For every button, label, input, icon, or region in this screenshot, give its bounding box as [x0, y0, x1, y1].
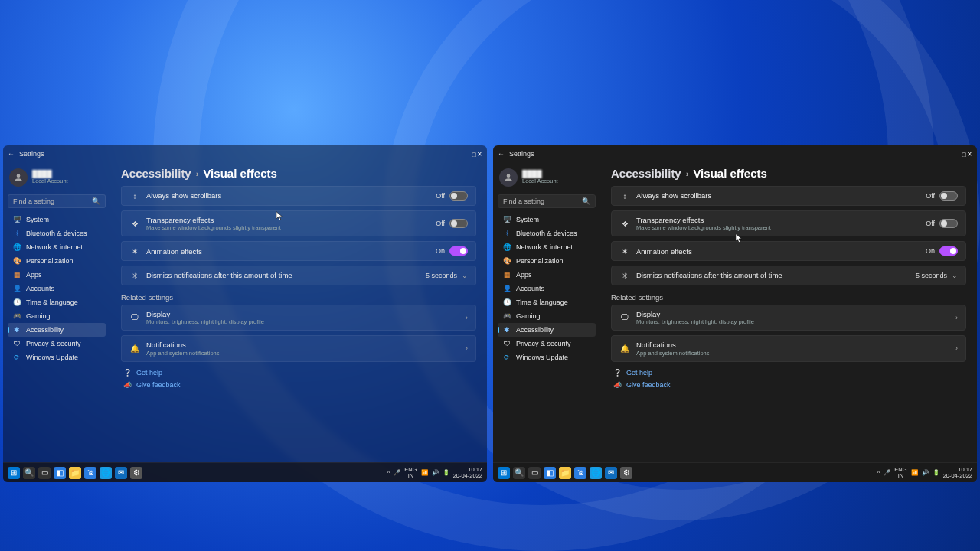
setting-row[interactable]: 🖵DisplayMonitors, brightness, night ligh… [611, 305, 966, 331]
sidebar-item-system[interactable]: 🖥️System [498, 213, 596, 227]
setting-row[interactable]: 🖵DisplayMonitors, brightness, night ligh… [121, 305, 476, 331]
edge-icon[interactable]: 🌐 [100, 467, 112, 479]
mail-icon[interactable]: ✉ [605, 467, 617, 479]
toggle-switch[interactable] [449, 219, 468, 228]
sidebar-item-label: Accounts [516, 285, 544, 292]
language-indicator[interactable]: ENGIN [894, 467, 906, 478]
wifi-icon[interactable]: 📶 [911, 469, 918, 476]
setting-row[interactable]: 🔔NotificationsApp and system notificatio… [611, 335, 966, 361]
sidebar-item-time-language[interactable]: 🕓Time & language [498, 295, 596, 309]
sidebar-item-windows-update[interactable]: ⟳Windows Update [498, 350, 596, 364]
breadcrumb-parent[interactable]: Accessibility [611, 167, 681, 180]
toggle-switch[interactable] [939, 219, 958, 228]
maximize-button[interactable]: ▢ [472, 152, 477, 157]
back-button[interactable]: ← [8, 150, 15, 158]
sidebar-item-accessibility[interactable]: ✱Accessibility [498, 323, 596, 337]
sidebar-item-accounts[interactable]: 👤Accounts [8, 282, 106, 295]
setting-row[interactable]: ↕Always show scrollbarsOff [611, 186, 966, 206]
taskview-button[interactable]: ▭ [38, 467, 51, 479]
get-help-link[interactable]: ❔Get help [611, 367, 966, 379]
setting-row[interactable]: 🔔NotificationsApp and system notificatio… [121, 335, 476, 361]
start-button[interactable]: ⊞ [498, 467, 510, 479]
setting-row[interactable]: ✶Animation effectsOn [121, 241, 476, 261]
sidebar-item-apps[interactable]: ▦Apps [8, 268, 106, 282]
sidebar-item-bluetooth-devices[interactable]: ᚼBluetooth & devices [498, 227, 596, 240]
settings-icon[interactable]: ⚙ [130, 467, 142, 479]
breadcrumb-current: Visual effects [693, 167, 766, 180]
volume-icon[interactable]: 🔊 [922, 469, 929, 476]
sidebar-item-gaming[interactable]: 🎮Gaming [498, 309, 596, 323]
setting-row[interactable]: ✳Dismiss notifications after this amount… [611, 266, 966, 285]
start-button[interactable]: ⊞ [8, 467, 20, 479]
explorer-icon[interactable]: 📁 [559, 467, 571, 479]
store-icon[interactable]: 🛍 [574, 467, 586, 479]
sidebar-item-personalization[interactable]: 🎨Personalization [8, 254, 106, 268]
toggle-switch[interactable] [449, 191, 468, 201]
battery-icon[interactable]: 🔋 [443, 469, 449, 476]
search-button[interactable]: 🔍 [513, 467, 525, 479]
give-feedback-link[interactable]: 📣Give feedback [611, 379, 966, 391]
minimize-button[interactable]: — [956, 151, 962, 158]
dropdown-group[interactable]: 5 seconds⌄ [916, 272, 958, 279]
sidebar-item-label: Windows Update [26, 354, 78, 361]
account-block[interactable]: ████Local Account [498, 165, 596, 193]
explorer-icon[interactable]: 📁 [69, 467, 81, 479]
search-input[interactable]: Find a setting🔍 [498, 194, 596, 208]
settings-icon[interactable]: ⚙ [620, 467, 632, 479]
toggle-state-label: Off [926, 192, 935, 200]
taskview-button[interactable]: ▭ [528, 467, 541, 479]
account-block[interactable]: ████Local Account [8, 165, 106, 193]
tray-mic-icon[interactable]: 🎤 [884, 469, 890, 476]
tray-mic-icon[interactable]: 🎤 [394, 469, 400, 476]
store-icon[interactable]: 🛍 [84, 467, 96, 479]
get-help-link[interactable]: ❔Get help [121, 367, 476, 379]
toggle-switch[interactable] [939, 191, 958, 201]
toggle-switch[interactable] [939, 246, 958, 256]
sidebar-item-gaming[interactable]: 🎮Gaming [8, 309, 106, 323]
maximize-button[interactable]: ▢ [962, 152, 967, 157]
avatar [499, 168, 518, 187]
sidebar-item-accessibility[interactable]: ✱Accessibility [8, 323, 106, 337]
wifi-icon[interactable]: 📶 [421, 469, 428, 476]
edge-icon[interactable]: 🌐 [590, 467, 602, 479]
battery-icon[interactable]: 🔋 [933, 469, 939, 476]
dropdown-group[interactable]: 5 seconds⌄ [426, 272, 468, 279]
sidebar-item-system[interactable]: 🖥️System [8, 213, 106, 227]
widgets-button[interactable]: ◧ [54, 467, 66, 479]
search-input[interactable]: Find a setting🔍 [8, 194, 106, 208]
setting-row[interactable]: ✶Animation effectsOn [611, 241, 966, 261]
sidebar-item-time-language[interactable]: 🕓Time & language [8, 295, 106, 309]
breadcrumb-parent[interactable]: Accessibility [121, 167, 191, 180]
setting-row[interactable]: ✳Dismiss notifications after this amount… [121, 266, 476, 285]
mail-icon[interactable]: ✉ [115, 467, 127, 479]
sidebar-item-network-internet[interactable]: 🌐Network & internet [8, 240, 106, 254]
tray-chevron-icon[interactable]: ^ [387, 469, 390, 476]
sidebar-item-accounts[interactable]: 👤Accounts [498, 282, 596, 295]
taskbar: ⊞🔍▭◧📁🛍🌐✉⚙^🎤ENGIN📶🔊🔋10:1720-04-2022 [3, 462, 487, 482]
setting-row[interactable]: ❖Transparency effectsMake some window ba… [611, 210, 966, 236]
sidebar-item-network-internet[interactable]: 🌐Network & internet [498, 240, 596, 254]
setting-row[interactable]: ❖Transparency effectsMake some window ba… [121, 210, 476, 236]
sidebar-item-privacy-security[interactable]: 🛡Privacy & security [8, 337, 106, 350]
toggle-switch[interactable] [449, 246, 468, 256]
close-button[interactable]: ✕ [967, 151, 972, 158]
nav-icon: 🎮 [12, 312, 21, 320]
sidebar-item-windows-update[interactable]: ⟳Windows Update [8, 350, 106, 364]
search-button[interactable]: 🔍 [23, 467, 35, 479]
close-button[interactable]: ✕ [477, 151, 482, 158]
sidebar-item-label: Bluetooth & devices [516, 230, 577, 237]
tray-chevron-icon[interactable]: ^ [877, 469, 880, 476]
sidebar-item-privacy-security[interactable]: 🛡Privacy & security [498, 337, 596, 350]
language-indicator[interactable]: ENGIN [404, 467, 416, 478]
sidebar-item-apps[interactable]: ▦Apps [498, 268, 596, 282]
clock[interactable]: 10:1720-04-2022 [453, 467, 482, 478]
setting-row[interactable]: ↕Always show scrollbarsOff [121, 186, 476, 206]
volume-icon[interactable]: 🔊 [432, 469, 439, 476]
sidebar-item-bluetooth-devices[interactable]: ᚼBluetooth & devices [8, 227, 106, 240]
widgets-button[interactable]: ◧ [544, 467, 556, 479]
minimize-button[interactable]: — [466, 151, 472, 158]
give-feedback-link[interactable]: 📣Give feedback [121, 379, 476, 391]
sidebar-item-personalization[interactable]: 🎨Personalization [498, 254, 596, 268]
back-button[interactable]: ← [498, 150, 505, 158]
clock[interactable]: 10:1720-04-2022 [943, 467, 972, 478]
